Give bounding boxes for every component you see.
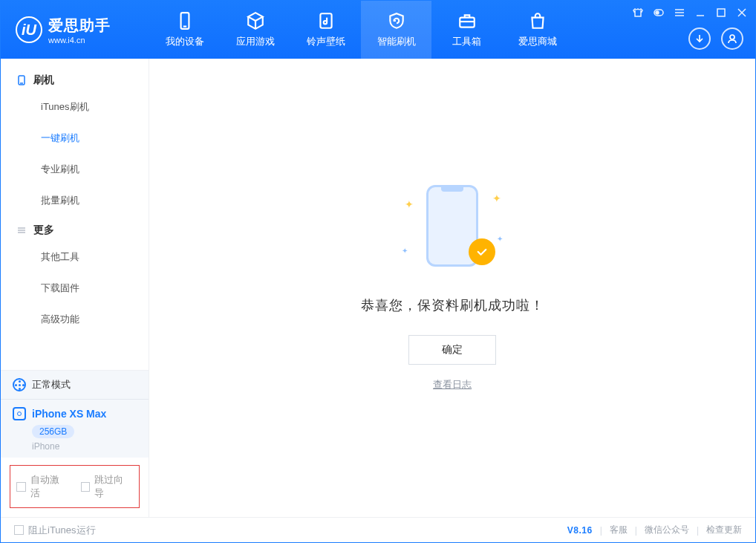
app-url: www.i4.cn [48,36,111,45]
phone-icon [175,11,195,30]
sidebar-group-more: 更多 [1,216,149,241]
ok-button[interactable]: 确定 [408,335,496,365]
cube-icon [246,11,265,30]
titlebar-actions [688,27,743,50]
list-icon [16,224,27,236]
sidebar-item-advanced[interactable]: 高级功能 [1,304,149,335]
sidebar-bottom: 正常模式 iPhone XS Max 256GB iPhone 自动激活 [1,370,149,517]
tab-label: 铃声壁纸 [307,35,345,48]
tab-smart-flash[interactable]: 智能刷机 [361,1,431,59]
sidebar-item-other-tools[interactable]: 其他工具 [1,241,149,273]
tab-label: 应用游戏 [236,35,275,48]
sidebar-item-batch-flash[interactable]: 批量刷机 [1,185,149,216]
user-icon[interactable] [721,27,743,50]
check-badge-icon [469,238,495,265]
tab-label: 智能刷机 [377,35,416,48]
sidebar-item-itunes-flash[interactable]: iTunes刷机 [1,91,149,123]
window-controls [632,7,748,19]
checkbox-block-itunes[interactable]: 阻止iTunes运行 [14,524,96,537]
success-illustration: ✦ ✦ ✦ ✦ [400,185,504,274]
app-logo-icon: iU [16,16,42,43]
menu-icon[interactable] [674,7,685,19]
tab-ringtones-wallpapers[interactable]: 铃声壁纸 [290,1,361,59]
svg-point-16 [730,35,734,39]
close-icon[interactable] [736,7,748,19]
shopping-bag-icon [528,11,547,30]
logo-text: 爱思助手 www.i4.cn [48,16,111,45]
titlebar: iU 爱思助手 www.i4.cn 我的设备 应用游戏 铃声壁纸 智能刷机 [1,1,755,59]
tab-label: 工具箱 [452,35,481,48]
sparkle-icon: ✦ [405,198,414,210]
checkbox-icon [14,525,24,535]
tab-label: 我的设备 [166,35,204,48]
logo-area: iU 爱思助手 www.i4.cn [1,16,149,45]
app-window: iU 爱思助手 www.i4.cn 我的设备 应用游戏 铃声壁纸 智能刷机 [0,0,756,543]
device-name: iPhone XS Max [32,408,106,420]
success-message: 恭喜您，保资料刷机成功啦！ [361,296,544,314]
app-name: 爱思助手 [48,16,111,36]
separator: | [697,525,699,536]
sidebar-group-flash: 刷机 [1,66,149,91]
mode-label: 正常模式 [32,378,71,391]
mode-icon [13,378,26,391]
view-log-link[interactable]: 查看日志 [433,378,472,391]
group-label: 更多 [33,224,54,237]
group-label: 刷机 [33,74,54,87]
tab-apps-games[interactable]: 应用游戏 [220,1,290,59]
sparkle-icon: ✦ [492,192,501,204]
minimize-icon[interactable] [694,7,706,19]
refresh-shield-icon [387,11,406,30]
version-label: V8.16 [567,525,593,536]
lock-switch-icon[interactable] [653,7,665,19]
sparkle-icon: ✦ [497,235,503,243]
checkbox-label: 跳过向导 [94,473,133,500]
check-update-link[interactable]: 检查更新 [706,524,742,536]
maximize-icon[interactable] [715,7,727,19]
tab-label: 爱思商城 [518,35,557,48]
checkbox-label: 阻止iTunes运行 [28,524,96,537]
checkbox-icon [16,482,26,492]
download-icon[interactable] [688,27,711,50]
support-link[interactable]: 客服 [610,524,628,536]
sparkle-icon: ✦ [402,247,408,255]
sidebar: 刷机 iTunes刷机 一键刷机 专业刷机 批量刷机 更多 其他工具 下载固件 … [1,59,149,517]
tab-toolbox[interactable]: 工具箱 [431,1,502,59]
sidebar-item-download-firmware[interactable]: 下载固件 [1,273,149,304]
checkbox-auto-activate[interactable]: 自动激活 [16,473,69,500]
svg-point-7 [656,11,659,14]
device-row[interactable]: iPhone XS Max 256GB iPhone [1,399,149,458]
content-area: ✦ ✦ ✦ ✦ 恭喜您，保资料刷机成功啦！ 确定 查看日志 [149,59,755,517]
music-file-icon [316,11,336,30]
sidebar-item-onekey-flash[interactable]: 一键刷机 [1,123,149,154]
device-small-icon [13,407,26,420]
checkbox-skip-guide[interactable]: 跳过向导 [81,473,134,500]
statusbar: 阻止iTunes运行 V8.16 | 客服 | 微信公众号 | 检查更新 [1,517,755,542]
separator: | [635,525,637,536]
svg-point-3 [323,21,326,24]
device-icon [16,74,27,86]
checkbox-label: 自动激活 [30,473,69,500]
sidebar-nav: 刷机 iTunes刷机 一键刷机 专业刷机 批量刷机 更多 其他工具 下载固件 … [1,59,149,370]
body-area: 刷机 iTunes刷机 一键刷机 专业刷机 批量刷机 更多 其他工具 下载固件 … [1,59,755,517]
device-capacity: 256GB [32,425,74,438]
tab-my-device[interactable]: 我的设备 [149,1,220,59]
svg-rect-12 [717,9,725,16]
briefcase-icon [457,11,477,30]
sidebar-item-pro-flash[interactable]: 专业刷机 [1,154,149,185]
options-highlight: 自动激活 跳过向导 [10,465,140,508]
separator: | [600,525,602,536]
device-type: iPhone [32,441,137,452]
checkbox-icon [81,482,91,492]
tab-store[interactable]: 爱思商城 [502,1,573,59]
mode-row[interactable]: 正常模式 [1,370,149,399]
wechat-link[interactable]: 微信公众号 [645,524,689,536]
tshirt-icon[interactable] [632,7,644,19]
